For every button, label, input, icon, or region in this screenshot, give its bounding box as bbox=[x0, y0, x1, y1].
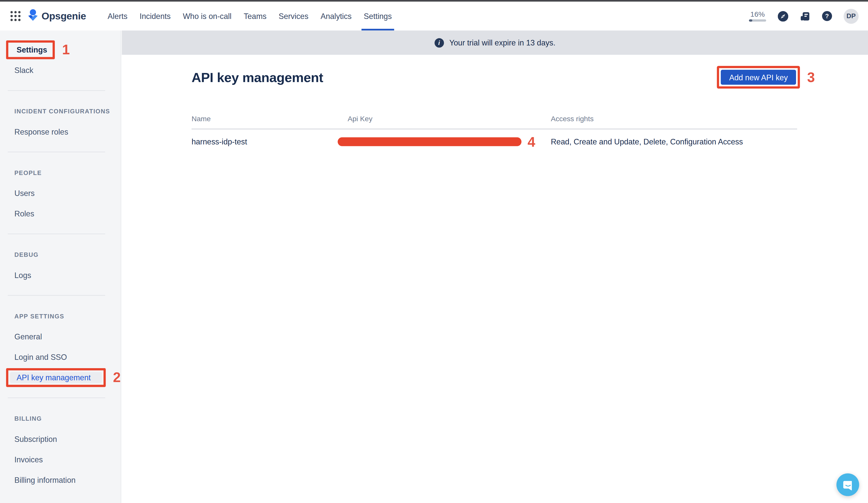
trial-usage-percent: 16% bbox=[750, 11, 765, 19]
page-header-row: API key management Add new API key 3 bbox=[192, 69, 797, 86]
nav-item-settings[interactable]: Settings bbox=[358, 2, 398, 31]
api-keys-table-body: harness-idp-test4Read, Create and Update… bbox=[192, 136, 797, 147]
trial-banner-text: Your trial will expire in 13 days. bbox=[450, 38, 556, 47]
column-header-access-rights: Access rights bbox=[551, 115, 797, 123]
sidebar-section-billing: BILLING bbox=[0, 408, 121, 429]
api-keys-table: NameApi KeyAccess rights harness-idp-tes… bbox=[192, 115, 797, 147]
sidebar-section-label: APP SETTINGS bbox=[14, 312, 64, 319]
help-icon[interactable]: ? bbox=[822, 11, 832, 21]
sidebar-item-invoices: Invoices bbox=[0, 449, 121, 470]
top-navigation-bar: Opsgenie AlertsIncidentsWho is on-callTe… bbox=[0, 2, 868, 31]
sidebar-item-logs: Logs bbox=[0, 265, 121, 285]
access-rights-cell: Read, Create and Update, Delete, Configu… bbox=[551, 137, 797, 146]
trial-usage-fill bbox=[749, 19, 752, 22]
sidebar-item-label[interactable]: Logs bbox=[14, 270, 31, 279]
sidebar-item-response-roles: Response roles bbox=[0, 121, 121, 142]
add-new-api-key-button[interactable]: Add new API key bbox=[721, 70, 796, 85]
sidebar-section-app-settings: APP SETTINGS bbox=[0, 306, 121, 326]
sidebar-item-label[interactable]: API key management bbox=[17, 373, 91, 382]
sidebar-section-label: INCIDENT CONFIGURATIONS bbox=[14, 107, 110, 114]
sidebar-divider-row bbox=[0, 285, 121, 306]
sidebar-item-users: Users bbox=[0, 183, 121, 203]
sidebar-divider bbox=[8, 398, 105, 398]
sidebar-item-label[interactable]: Billing information bbox=[14, 475, 75, 484]
sidebar-item-label[interactable]: Response roles bbox=[14, 127, 68, 136]
settings-sidebar: Settings1SlackINCIDENT CONFIGURATIONSRes… bbox=[0, 31, 121, 503]
compass-icon[interactable] bbox=[778, 11, 788, 21]
annotation-number-1: 1 bbox=[62, 43, 70, 57]
sidebar-divider bbox=[8, 152, 105, 152]
sidebar-item-billing-information: Billing information bbox=[0, 470, 121, 490]
opsgenie-logo-icon bbox=[28, 9, 38, 23]
sidebar-section-label: BILLING bbox=[14, 415, 42, 421]
sidebar-divider-row bbox=[0, 80, 121, 101]
annotation-number-3: 3 bbox=[807, 70, 815, 84]
nav-item-analytics[interactable]: Analytics bbox=[314, 2, 358, 31]
sidebar-item-label[interactable]: Roles bbox=[14, 209, 34, 218]
add-key-cluster: Add new API key 3 bbox=[717, 66, 815, 89]
nav-item-who-is-on-call[interactable]: Who is on-call bbox=[177, 2, 238, 31]
app-switcher-icon[interactable] bbox=[10, 11, 21, 22]
sidebar-item-api-key-management: API key management2 bbox=[0, 367, 121, 388]
trial-banner: i Your trial will expire in 13 days. bbox=[122, 31, 868, 55]
chat-bubble-icon bbox=[842, 479, 854, 491]
sidebar-item-roles: Roles bbox=[0, 203, 121, 224]
user-avatar[interactable]: DP bbox=[844, 9, 859, 23]
sidebar-item-login-and-sso: Login and SSO bbox=[0, 347, 121, 367]
sidebar-divider bbox=[8, 234, 105, 234]
sidebar-item-settings: Settings1 bbox=[0, 39, 121, 60]
annotation-box-2: API key management bbox=[6, 368, 106, 387]
page-title: API key management bbox=[192, 70, 323, 85]
nav-item-services[interactable]: Services bbox=[273, 2, 314, 31]
annotation-box-3: Add new API key bbox=[717, 66, 800, 89]
nav-item-incidents[interactable]: Incidents bbox=[134, 2, 177, 31]
primary-nav: AlertsIncidentsWho is on-callTeamsServic… bbox=[102, 2, 398, 31]
sidebar-item-label[interactable]: Subscription bbox=[14, 434, 57, 443]
nav-item-teams[interactable]: Teams bbox=[238, 2, 273, 31]
sidebar-item-label[interactable]: Users bbox=[14, 189, 34, 197]
sidebar-section-incident-configurations: INCIDENT CONFIGURATIONS bbox=[0, 101, 121, 121]
sidebar-active-item-highlight: API key management bbox=[10, 372, 102, 383]
trial-usage-indicator[interactable]: 16% bbox=[749, 11, 766, 22]
sidebar-divider bbox=[8, 295, 105, 296]
product-name: Opsgenie bbox=[41, 10, 86, 22]
sidebar-divider bbox=[8, 90, 105, 91]
nav-item-alerts[interactable]: Alerts bbox=[102, 2, 134, 31]
sidebar-item-label[interactable]: Settings bbox=[17, 45, 47, 54]
info-icon: i bbox=[434, 38, 444, 47]
sidebar-section-debug: DEBUG bbox=[0, 244, 121, 265]
sidebar-item-label[interactable]: Invoices bbox=[14, 455, 43, 464]
opsgenie-settings-page: Opsgenie AlertsIncidentsWho is on-callTe… bbox=[0, 0, 868, 503]
sidebar-section-label: DEBUG bbox=[14, 251, 39, 258]
annotation-number-2: 2 bbox=[113, 370, 121, 384]
table-row: harness-idp-test4Read, Create and Update… bbox=[192, 136, 797, 147]
trial-usage-bar bbox=[749, 19, 766, 22]
annotation-box-1: Settings bbox=[6, 40, 55, 59]
api-key-redaction-overlay bbox=[338, 137, 521, 146]
sidebar-divider-row bbox=[0, 142, 121, 162]
chat-launcher-button[interactable] bbox=[836, 473, 859, 496]
column-header-api-key: Api Key bbox=[348, 115, 551, 123]
opsgenie-logo[interactable]: Opsgenie bbox=[28, 9, 86, 23]
sidebar-divider-row bbox=[0, 224, 121, 244]
api-key-name-cell: harness-idp-test bbox=[192, 137, 348, 146]
topbar-right: 16% ? DP bbox=[749, 2, 868, 31]
main-content: API key management Add new API key 3 Nam… bbox=[122, 55, 868, 503]
sidebar-item-label[interactable]: General bbox=[14, 332, 42, 341]
sidebar-item-label[interactable]: Slack bbox=[14, 66, 33, 74]
sidebar-divider-row bbox=[0, 388, 121, 408]
sidebar-item-slack: Slack bbox=[0, 60, 121, 80]
sidebar-item-subscription: Subscription bbox=[0, 429, 121, 449]
sidebar-item-general: General bbox=[0, 326, 121, 347]
sidebar-item-label[interactable]: Login and SSO bbox=[14, 352, 67, 361]
api-keys-table-header: NameApi KeyAccess rights bbox=[192, 115, 797, 130]
annotation-number-4: 4 bbox=[528, 135, 535, 149]
api-key-value-cell: 4 bbox=[348, 135, 551, 149]
sidebar-section-label: PEOPLE bbox=[14, 169, 42, 176]
sidebar-section-people: PEOPLE bbox=[0, 162, 121, 183]
news-icon[interactable] bbox=[800, 11, 810, 21]
topbar-left: Opsgenie AlertsIncidentsWho is on-callTe… bbox=[10, 2, 397, 31]
column-header-name: Name bbox=[192, 115, 348, 123]
